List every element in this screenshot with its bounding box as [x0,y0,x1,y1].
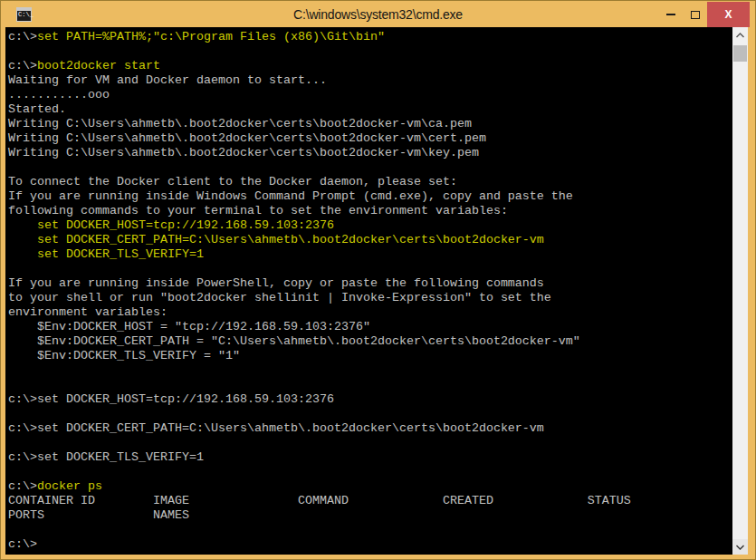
scrollbar-thumb[interactable] [733,45,747,62]
terminal-line: Writing C:\Users\ahmetb\.boot2docker\cer… [8,131,732,146]
terminal-line: c:\>set DOCKER_HOST=tcp://192.168.59.103… [8,392,732,407]
terminal-line: To connect the Docker client to the Dock… [8,175,732,189]
terminal-output: c:\>set PATH=%PATH%;"c:\Program Files (x… [8,30,732,552]
terminal-line: Writing C:\Users\ahmetb\.boot2docker\cer… [8,146,732,160]
terminal[interactable]: c:\>set PATH=%PATH%;"c:\Program Files (x… [5,27,732,555]
scroll-down-icon [736,545,744,550]
terminal-line [8,262,732,276]
terminal-line [8,160,732,175]
terminal-line: If you are running inside PowerShell, co… [8,276,732,291]
maximize-button[interactable] [683,2,707,27]
terminal-line [8,378,732,392]
close-icon: X [724,8,732,21]
minimize-button[interactable] [658,2,683,27]
terminal-line: $Env:DOCKER_CERT_PATH = "C:\Users\ahmetb… [8,334,732,349]
terminal-line: to your shell or run "boot2docker shelli… [8,291,732,305]
terminal-line: Writing C:\Users\ahmetb\.boot2docker\cer… [8,117,732,131]
scroll-down-button[interactable] [732,539,748,555]
cmd-window: C:\_ C:\windows\system32\cmd.exe X c:\>s… [0,0,756,560]
terminal-line: c:\>boot2docker start [8,59,732,73]
close-button[interactable]: X [707,2,750,27]
scrollbar[interactable] [732,27,748,555]
terminal-line: Started. [8,102,732,117]
terminal-line: ...........ooo [8,88,732,102]
terminal-line [8,465,732,479]
terminal-line: c:\>set DOCKER_CERT_PATH=C:\Users\ahmetb… [8,421,732,436]
terminal-line: c:\>set DOCKER_TLS_VERIFY=1 [8,450,732,465]
terminal-line: $Env:DOCKER_TLS_VERIFY = "1" [8,349,732,363]
terminal-line: Waiting for VM and Docker daemon to star… [8,73,732,88]
maximize-icon [691,11,700,19]
terminal-line: CONTAINER ID IMAGE COMMAND CREATED STATU… [8,494,732,508]
terminal-line: c:\>docker ps [8,479,732,494]
minimize-icon [666,14,675,15]
terminal-line [8,436,732,450]
titlebar[interactable]: C:\_ C:\windows\system32\cmd.exe X [1,1,755,27]
terminal-line [8,44,732,59]
terminal-line: $Env:DOCKER_HOST = "tcp://192.168.59.103… [8,320,732,334]
terminal-line [8,407,732,421]
window-controls: X [658,2,750,27]
scroll-up-button[interactable] [732,27,748,43]
terminal-line: PORTS NAMES [8,508,732,523]
terminal-line: set DOCKER_CERT_PATH=C:\Users\ahmetb\.bo… [8,233,732,247]
terminal-line: set DOCKER_TLS_VERIFY=1 [8,247,732,262]
terminal-line: If you are running inside Windows Comman… [8,189,732,204]
terminal-line [8,523,732,537]
scroll-up-icon [736,33,744,38]
terminal-line: c:\>set PATH=%PATH%;"c:\Program Files (x… [8,30,732,44]
terminal-line: following commands to your terminal to s… [8,204,732,218]
terminal-line: c:\> [8,537,732,552]
terminal-line: environment variables: [8,305,732,320]
terminal-line [8,363,732,378]
terminal-line: set DOCKER_HOST=tcp://192.168.59.103:237… [8,218,732,233]
window-title: C:\windows\system32\cmd.exe [1,1,755,27]
